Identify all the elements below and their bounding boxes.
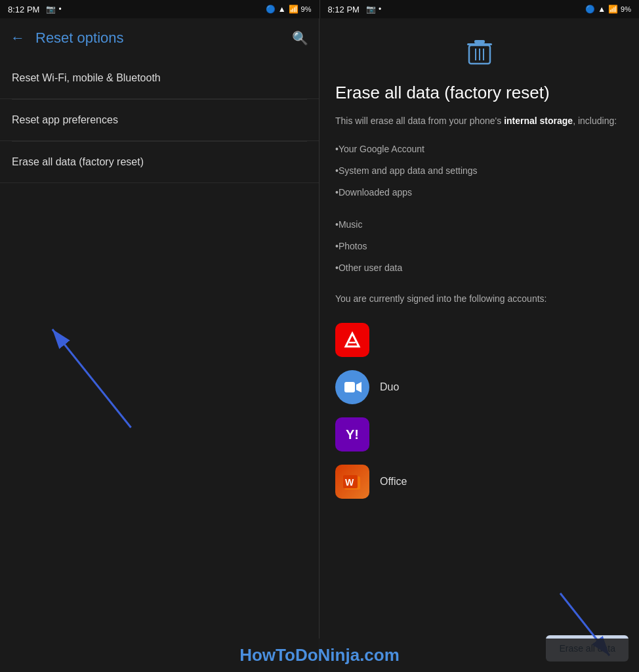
right-panel[interactable]: Erase all data (factory reset) This will… bbox=[320, 18, 639, 672]
bluetooth-icon-right: 🔵 bbox=[585, 5, 595, 14]
left-time: 8:12 PM bbox=[8, 5, 39, 14]
svg-marker-11 bbox=[356, 382, 361, 392]
wifi-icon-right: ▲ bbox=[598, 5, 606, 14]
svg-line-1 bbox=[52, 329, 131, 428]
svg-marker-8 bbox=[346, 333, 359, 346]
app-row-adobe bbox=[335, 316, 623, 364]
status-bar-right: 8:12 PM 📷 • 🔵 ▲ 📶 9% bbox=[320, 0, 640, 18]
bullet-downloaded-apps: •Downloaded apps bbox=[335, 182, 623, 203]
right-status-icons: 📷 • bbox=[366, 5, 381, 14]
duo-icon bbox=[335, 370, 369, 404]
main-content: ← Reset options 🔍 Reset Wi-Fi, mobile & … bbox=[0, 18, 639, 672]
bluetooth-icon-left: 🔵 bbox=[266, 5, 276, 14]
svg-rect-10 bbox=[344, 382, 355, 392]
dot-icon-right: • bbox=[379, 5, 381, 14]
bullet-other-data: •Other user data bbox=[335, 257, 623, 279]
svg-rect-3 bbox=[474, 40, 485, 43]
svg-text:W: W bbox=[345, 477, 354, 488]
app-row-yahoo: Y! bbox=[335, 411, 623, 458]
camera-icon-left: 📷 bbox=[46, 5, 56, 14]
back-button[interactable]: ← bbox=[10, 30, 25, 47]
duo-name: Duo bbox=[380, 381, 399, 393]
arrow-annotation-left bbox=[0, 183, 319, 672]
app-row-duo: Duo bbox=[335, 364, 623, 411]
yahoo-icon: Y! bbox=[335, 417, 369, 452]
erase-description: This will erase all data from your phone… bbox=[335, 114, 623, 128]
camera-icon-right: 📷 bbox=[366, 5, 376, 14]
desc-bold: internal storage bbox=[504, 116, 573, 126]
wifi-icon-left: ▲ bbox=[278, 5, 286, 14]
section-gap bbox=[335, 203, 623, 214]
bullet-music: •Music bbox=[335, 214, 623, 236]
left-status-icons: 📷 • bbox=[46, 5, 61, 14]
menu-item-app-prefs[interactable]: Reset app preferences bbox=[0, 100, 319, 141]
watermark: HowToDoNinja.com bbox=[0, 639, 639, 672]
dot-icon-left: • bbox=[58, 5, 61, 14]
menu-item-wifi[interactable]: Reset Wi-Fi, mobile & Bluetooth bbox=[0, 58, 319, 99]
battery-right: 9% bbox=[621, 5, 631, 13]
trash-icon-container bbox=[335, 37, 623, 72]
app-row-office: W Office bbox=[335, 458, 623, 505]
bullet-photos: •Photos bbox=[335, 236, 623, 257]
signal-icon-left: 📶 bbox=[289, 5, 299, 14]
adobe-icon bbox=[335, 323, 369, 357]
desc-suffix: , including: bbox=[573, 116, 617, 126]
office-icon: W bbox=[335, 465, 369, 499]
bullet-google-account: •Your Google Account bbox=[335, 138, 623, 160]
left-header: ← Reset options 🔍 bbox=[0, 18, 319, 58]
signal-icon-right: 📶 bbox=[608, 5, 618, 14]
page-title-left: Reset options bbox=[35, 30, 281, 47]
right-signal-icons: 🔵 ▲ 📶 9% bbox=[585, 5, 631, 14]
trash-icon bbox=[466, 37, 493, 72]
menu-item-factory-reset[interactable]: Erase all data (factory reset) bbox=[0, 142, 319, 183]
desc-prefix: This will erase all data from your phone… bbox=[335, 116, 504, 126]
office-name: Office bbox=[380, 476, 407, 488]
status-bar-left: 8:12 PM 📷 • 🔵 ▲ 📶 9% bbox=[0, 0, 320, 18]
left-panel: ← Reset options 🔍 Reset Wi-Fi, mobile & … bbox=[0, 18, 320, 672]
battery-left: 9% bbox=[301, 5, 312, 13]
bullet-system-data: •System and app data and settings bbox=[335, 160, 623, 182]
status-bar: 8:12 PM 📷 • 🔵 ▲ 📶 9% 8:12 PM 📷 • 🔵 ▲ 📶 9… bbox=[0, 0, 639, 18]
left-signal-icons: 🔵 ▲ 📶 9% bbox=[266, 5, 312, 14]
accounts-label: You are currently signed into the follow… bbox=[335, 292, 623, 306]
search-icon[interactable]: 🔍 bbox=[292, 30, 308, 46]
erase-title: Erase all data (factory reset) bbox=[335, 82, 623, 104]
right-time: 8:12 PM bbox=[328, 5, 360, 14]
